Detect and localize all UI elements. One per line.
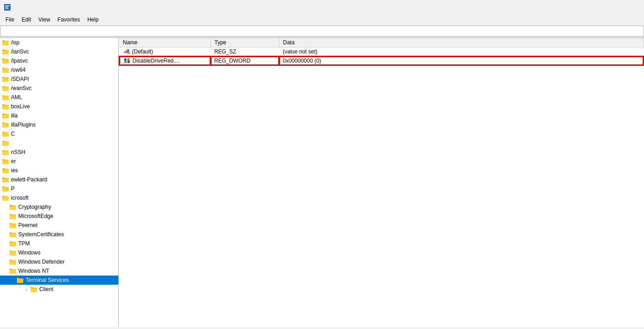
minimize-button[interactable] — [577, 0, 598, 15]
sidebar-item-18[interactable]: Cryptography — [0, 202, 118, 212]
sidebar-item-15[interactable]: ewlett-Packard — [0, 175, 118, 184]
maximize-button[interactable] — [598, 0, 619, 15]
sidebar-item-label: P — [11, 186, 15, 192]
sidebar-item-label: ies — [11, 167, 18, 174]
cell-data: 0x00000000 (0) — [279, 56, 644, 65]
sidebar-item-12[interactable]: nSSH — [0, 148, 118, 157]
sidebar-item-label: AML — [11, 94, 22, 101]
sidebar-item-label: Windows NT — [18, 268, 49, 274]
folder-icon — [9, 249, 16, 256]
content-pane: Name Type Data ab (Default)REG_SZ(value … — [119, 38, 644, 327]
name-text: DisableDriveRed.... — [132, 58, 179, 64]
sidebar-item-27[interactable]: › Client — [0, 285, 118, 294]
registry-table: Name Type Data ab (Default)REG_SZ(value … — [119, 38, 644, 66]
sidebar-item-13[interactable]: er — [0, 157, 118, 166]
sidebar-item-26[interactable]: Terminal Services — [0, 276, 118, 285]
svg-rect-2 — [5, 7, 8, 8]
sidebar-item-3[interactable]: /ow64 — [0, 65, 118, 74]
menu-item-help[interactable]: Help — [84, 16, 102, 24]
folder-icon — [2, 122, 9, 128]
sidebar-item-label: /ow64 — [11, 67, 26, 73]
sidebar-item-21[interactable]: SystemCertificates — [0, 230, 118, 239]
menu-item-favorites[interactable]: Favorites — [54, 16, 84, 24]
sidebar-item-label: SystemCertificates — [18, 231, 64, 238]
sidebar-item-label: icrosoft — [11, 195, 29, 201]
ab-icon: ab — [123, 48, 130, 55]
sidebar-item-label: nSSH — [11, 149, 25, 155]
title-bar — [0, 0, 644, 15]
col-type[interactable]: Type — [211, 38, 279, 48]
svg-rect-10 — [127, 58, 130, 61]
folder-icon — [9, 222, 16, 228]
address-bar — [0, 26, 644, 37]
sidebar-item-label: boxLive — [11, 103, 30, 110]
folder-icon — [2, 176, 9, 183]
title-bar-controls — [577, 0, 640, 15]
sidebar-item-24[interactable]: Windows Defender — [0, 257, 118, 266]
svg-rect-11 — [124, 61, 127, 63]
sidebar-item-label: er — [11, 158, 16, 164]
col-name[interactable]: Name — [119, 38, 211, 48]
chevron-icon: › — [24, 287, 29, 292]
sidebar-item-label: /lpasvc — [11, 58, 28, 64]
sidebar-item-11[interactable] — [0, 138, 118, 148]
folder-icon — [2, 131, 9, 137]
name-text: (Default) — [132, 48, 153, 55]
sidebar-item-5[interactable]: /wanSvc — [0, 84, 118, 93]
sidebar-item-9[interactable]: illaPlugins — [0, 120, 118, 129]
sidebar-item-22[interactable]: TPM — [0, 239, 118, 248]
sidebar-item-0[interactable]: /isp — [0, 38, 118, 47]
sidebar-item-20[interactable]: Peernet — [0, 221, 118, 230]
sidebar-item-4[interactable]: /SDAPI — [0, 74, 118, 84]
table-row[interactable]: DisableDriveRed....REG_DWORD0x00000000 (… — [119, 56, 644, 65]
folder-icon — [2, 158, 9, 164]
sidebar-item-23[interactable]: Windows — [0, 248, 118, 257]
sidebar-item-19[interactable]: MicrosoftEdge — [0, 212, 118, 221]
sidebar-item-16[interactable]: P — [0, 184, 118, 193]
sidebar-item-2[interactable]: /lpasvc — [0, 56, 118, 65]
folder-icon — [2, 103, 9, 110]
folder-icon — [2, 186, 9, 192]
folder-icon — [2, 48, 9, 55]
folder-icon — [2, 195, 9, 201]
menu-item-edit[interactable]: Edit — [18, 16, 35, 24]
folder-icon — [2, 39, 9, 46]
main-container: /isp /lanSvc /lpasvc /ow64 /SDAPI /wanSv… — [0, 37, 644, 327]
folder-icon — [16, 277, 24, 283]
folder-icon — [2, 67, 9, 73]
cell-type: REG_SZ — [211, 48, 279, 57]
folder-icon — [2, 94, 9, 101]
folder-icon — [2, 149, 9, 155]
sidebar-item-label: C — [11, 131, 15, 137]
sidebar-item-label: Terminal Services — [26, 277, 69, 283]
folder-icon — [9, 259, 16, 265]
col-data[interactable]: Data — [279, 38, 644, 48]
sidebar-item-label: Client — [39, 286, 53, 292]
sidebar-item-label: Cryptography — [18, 204, 51, 210]
folder-icon — [2, 112, 9, 119]
sidebar-item-7[interactable]: boxLive — [0, 102, 118, 111]
sidebar-item-1[interactable]: /lanSvc — [0, 47, 118, 56]
svg-rect-6 — [127, 49, 129, 52]
folder-icon — [9, 240, 16, 247]
sidebar-item-17[interactable]: icrosoft — [0, 193, 118, 202]
sidebar-item-label: Windows Defender — [18, 259, 64, 265]
cell-name: DisableDriveRed.... — [119, 56, 211, 65]
sidebar-item-14[interactable]: ies — [0, 166, 118, 175]
svg-rect-12 — [127, 61, 130, 63]
menu-item-file[interactable]: File — [2, 16, 18, 24]
dword-icon — [123, 58, 131, 64]
table-row[interactable]: ab (Default)REG_SZ(value not set) — [119, 48, 644, 57]
sidebar-item-25[interactable]: Windows NT — [0, 266, 118, 276]
sidebar-item-label: ewlett-Packard — [11, 176, 47, 183]
sidebar-item-10[interactable]: C — [0, 129, 118, 138]
sidebar-item-label: /lanSvc — [11, 48, 29, 55]
sidebar-item-label: illa — [11, 112, 18, 119]
sidebar-item-6[interactable]: AML — [0, 93, 118, 102]
sidebar-item-label: illaPlugins — [11, 122, 36, 128]
menu-item-view[interactable]: View — [35, 16, 54, 24]
sidebar-item-label: Windows — [18, 249, 41, 256]
folder-icon — [2, 167, 9, 174]
sidebar-item-8[interactable]: illa — [0, 111, 118, 120]
close-button[interactable] — [619, 0, 640, 15]
